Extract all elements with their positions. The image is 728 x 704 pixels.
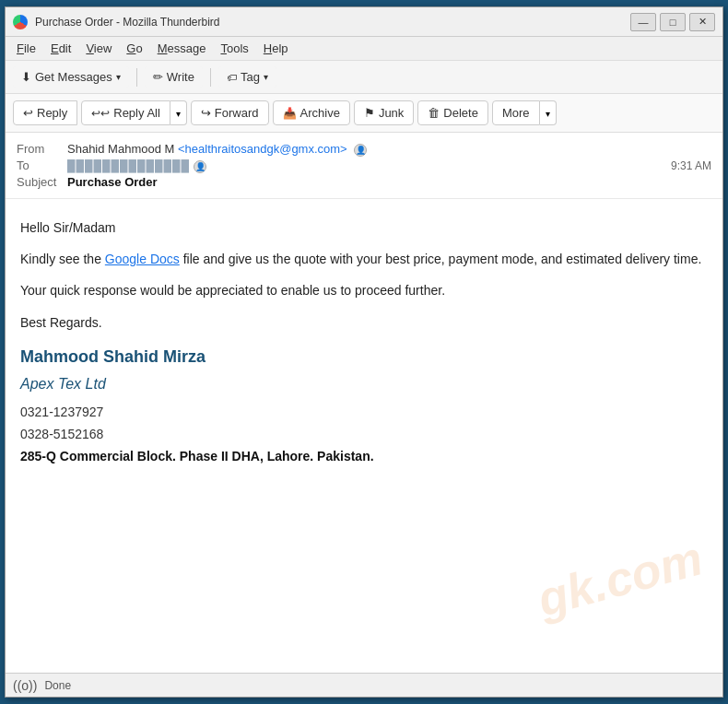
subject-row: Subject Purchase Order: [17, 175, 711, 189]
reply-icon: ↩: [23, 106, 33, 120]
forward-button[interactable]: ↪ Forward: [191, 100, 269, 125]
archive-button[interactable]: 📥 Archive: [273, 100, 350, 125]
tag-arrow[interactable]: ▾: [264, 72, 268, 82]
get-messages-button[interactable]: Get Messages ▾: [13, 66, 129, 88]
more-dropdown[interactable]: ▾: [540, 100, 557, 125]
regards: Best Regards.: [20, 312, 708, 333]
menu-help[interactable]: Help: [256, 40, 296, 57]
menu-go[interactable]: Go: [119, 40, 149, 57]
more-label: More: [502, 106, 530, 120]
wifi-icon: ((o)): [13, 678, 37, 693]
to-value[interactable]: ██████████████: [67, 159, 190, 172]
line1-post: file and give us the quote with your bes…: [180, 252, 702, 266]
greeting: Hello Sir/Madam: [20, 217, 708, 238]
status-bar: ((o)) Done: [6, 673, 722, 697]
forward-label: Forward: [215, 106, 259, 120]
toolbar-separator-2: [210, 68, 211, 87]
wifi-status: ((o)): [13, 678, 37, 693]
more-button[interactable]: More: [492, 100, 540, 125]
more-arrow-icon: ▾: [546, 109, 550, 119]
minimize-button[interactable]: —: [630, 13, 656, 31]
sig-address: 285-Q Commercial Block. Phase II DHA, La…: [20, 446, 708, 466]
body-line2: Your quick response would be appreciated…: [20, 280, 708, 300]
watermark: gk.com: [529, 521, 710, 638]
reply-all-dropdown[interactable]: ▾: [170, 100, 187, 125]
from-person-icon[interactable]: 👤: [354, 144, 367, 157]
sig-phone1: 0321-1237927: [20, 402, 708, 422]
reply-all-icon: ↩↩: [91, 107, 110, 120]
junk-label: Junk: [379, 106, 404, 120]
sig-phone2: 0328-5152168: [20, 424, 708, 444]
menu-message[interactable]: Message: [150, 40, 214, 57]
sig-name: Mahmood Shahid Mirza: [20, 344, 708, 370]
reply-all-button[interactable]: ↩↩ Reply All: [81, 100, 170, 125]
main-window: Purchase Order - Mozilla Thunderbird — □…: [5, 6, 723, 698]
reply-all-arrow-icon: ▾: [176, 109, 181, 119]
menu-bar: File Edit View Go Message Tools Help: [6, 37, 722, 61]
write-button[interactable]: Write: [145, 66, 203, 88]
email-header: From Shahid Mahmood M <healthraitosandgk…: [6, 133, 722, 199]
email-subject: Purchase Order: [67, 175, 158, 189]
forward-icon: ↪: [201, 106, 211, 120]
action-bar: ↩ Reply ↩↩ Reply All ▾ ↪ Forward 📥 Archi…: [6, 94, 722, 133]
reply-button[interactable]: ↩ Reply: [13, 100, 77, 125]
window-title: Purchase Order - Mozilla Thunderbird: [35, 16, 630, 29]
line1-pre: Kindly see the: [20, 252, 105, 266]
reply-group: ↩ Reply: [13, 100, 77, 125]
main-toolbar: Get Messages ▾ Write Tag ▾: [6, 61, 722, 94]
tag-button[interactable]: Tag ▾: [218, 66, 276, 88]
body-line1: Kindly see the Google Docs file and give…: [20, 249, 708, 269]
from-email: <healthraitosandgk@gmx.com>: [178, 142, 347, 156]
sig-company: Apex Tex Ltd: [20, 372, 708, 396]
window-controls: — □ ✕: [630, 13, 715, 31]
archive-icon: 📥: [283, 107, 297, 120]
from-value: Shahid Mahmood M <healthraitosandgk@gmx.…: [67, 142, 711, 157]
google-docs-link[interactable]: Google Docs: [105, 252, 180, 266]
delete-label: Delete: [443, 106, 478, 120]
email-body: gk.com Hello Sir/Madam Kindly see the Go…: [6, 199, 722, 673]
tag-label: Tag: [241, 70, 260, 84]
menu-view[interactable]: View: [78, 40, 119, 57]
reply-all-label: Reply All: [113, 106, 160, 120]
get-messages-label: Get Messages: [35, 70, 112, 84]
menu-tools[interactable]: Tools: [213, 40, 255, 57]
more-group: More ▾: [492, 100, 557, 125]
reply-all-group: ↩↩ Reply All ▾: [81, 100, 187, 125]
from-row: From Shahid Mahmood M <healthraitosandgk…: [17, 142, 711, 157]
menu-edit[interactable]: Edit: [43, 40, 78, 57]
to-person-icon[interactable]: 👤: [194, 160, 206, 173]
to-row: To ██████████████ 👤 9:31 AM: [17, 158, 711, 173]
junk-icon: ⚑: [364, 106, 375, 120]
tag-icon: [227, 70, 237, 84]
write-label: Write: [167, 70, 194, 84]
from-label: From: [17, 142, 67, 156]
delete-icon: 🗑: [428, 106, 440, 120]
toolbar-separator-1: [136, 68, 137, 87]
archive-label: Archive: [300, 106, 340, 120]
email-time: 9:31 AM: [671, 159, 711, 172]
title-bar: Purchase Order - Mozilla Thunderbird — □…: [6, 7, 722, 37]
delete-button[interactable]: 🗑 Delete: [417, 100, 488, 125]
write-icon: [153, 70, 163, 84]
close-button[interactable]: ✕: [689, 13, 715, 31]
thunderbird-icon: [13, 15, 28, 29]
subject-label: Subject: [17, 175, 67, 189]
reply-label: Reply: [37, 106, 67, 120]
junk-button[interactable]: ⚑ Junk: [354, 100, 414, 125]
maximize-button[interactable]: □: [660, 13, 686, 31]
get-messages-icon: [21, 70, 31, 84]
to-label: To: [17, 158, 67, 172]
from-name: Shahid Mahmood M: [67, 142, 174, 156]
status-text: Done: [44, 679, 71, 692]
menu-file[interactable]: File: [9, 40, 43, 57]
get-messages-arrow[interactable]: ▾: [116, 72, 121, 82]
